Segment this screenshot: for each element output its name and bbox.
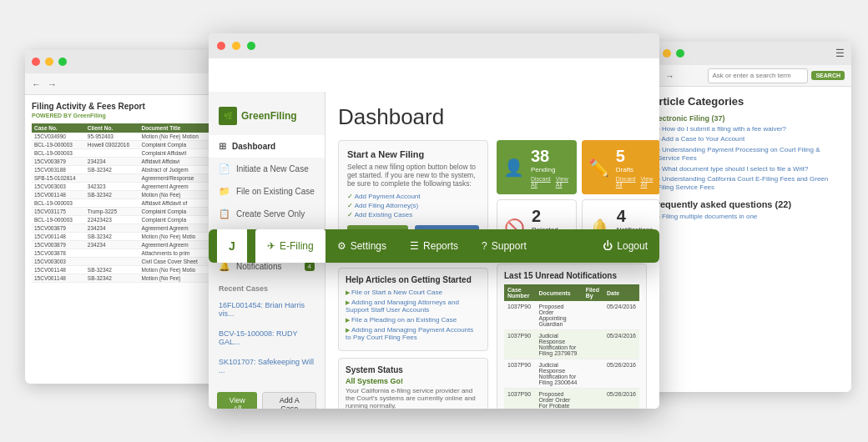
minimize-dot-m xyxy=(232,42,240,50)
nav-tab-efiling[interactable]: ✈ E-Filing xyxy=(255,229,326,263)
notifications-number: 4 xyxy=(617,207,654,226)
nav-tab-support[interactable]: ? Support xyxy=(470,229,538,263)
col-case-no: Case No. xyxy=(32,123,85,133)
hamburger-icon-right[interactable]: ☰ xyxy=(835,48,845,59)
pending-info: 38 Pending Discard All View All xyxy=(531,147,570,188)
sidebar-item-dashboard[interactable]: ⊞ Dashboard xyxy=(209,135,325,158)
logout-button[interactable]: ⏻ Logout xyxy=(591,229,659,263)
article-link-4[interactable]: What document type should I select to fi… xyxy=(651,165,843,173)
settings-icon: ⚙ xyxy=(337,240,346,252)
start-filing-desc: Select a new filing option button below … xyxy=(347,163,479,188)
article-categories-title: Article Categories xyxy=(651,95,843,108)
notif-cell: 05/24/2016 xyxy=(603,301,639,330)
faq-item-1[interactable]: Filing multiple documents in one xyxy=(651,213,843,220)
link-cases[interactable]: Add Existing Cases xyxy=(347,211,479,218)
view-all-button[interactable]: View All xyxy=(217,392,257,409)
link-attorney[interactable]: Add Filing Attorney(s) xyxy=(347,202,479,209)
close-dot-m xyxy=(217,42,225,50)
link-payment[interactable]: Add Payment Account xyxy=(347,193,479,200)
sidebar-item-serve-only[interactable]: 📋 Create Serve Only xyxy=(209,203,325,225)
article-link-3[interactable]: Understanding Payment Processing on Cour… xyxy=(651,146,843,163)
table-row: 15CV003879234234Affidavit Affidavi xyxy=(32,158,210,166)
sidebar-case-2[interactable]: BCV-15-100008: RUDY GAL... xyxy=(209,324,325,352)
dashboard-title: Dashboard xyxy=(338,104,647,130)
table-row: BCL-19-000003Affidavit Affidavit of xyxy=(32,199,210,208)
table-cell xyxy=(85,258,139,266)
search-input-right[interactable] xyxy=(708,68,808,83)
main-window: J ✈ E-Filing ⚙ Settings ☰ Reports ? Supp… xyxy=(209,33,659,409)
article-link-5[interactable]: Understanding California Court E-Filing … xyxy=(651,175,843,193)
sidebar-case-1[interactable]: 16FL001454: Brian Harris vis... xyxy=(209,295,325,324)
table-row: SFB-15-0102814Agreement/Response xyxy=(32,174,210,183)
table-cell: SB-32342 xyxy=(85,266,139,274)
table-row: 15CV031175Trump-3225Complaint Compla xyxy=(32,208,210,216)
drafts-view[interactable]: View All xyxy=(641,176,654,188)
notif-cell xyxy=(583,359,603,389)
table-row: 1037P90Proposed Order Order For Probate0… xyxy=(504,389,639,409)
search-button-right[interactable]: SEARCH xyxy=(811,71,845,80)
table-row: 15CV001148SB-32342Motion (No Fee) xyxy=(32,274,210,283)
window-nav-left: ← → xyxy=(25,73,217,95)
pending-number: 38 xyxy=(531,147,570,166)
col-doc-title: Document Title xyxy=(139,123,210,133)
dashboard-icon: ⊞ xyxy=(219,141,226,152)
table-row: 15CV003003342323Agreement Agreem xyxy=(32,183,210,191)
article-link-1[interactable]: How do I submit a filing with a fee waiv… xyxy=(651,125,843,133)
forward-arrow-right[interactable]: → xyxy=(665,71,674,81)
table-row: 15CV003188SB-32342Abstract of Judgem xyxy=(32,166,210,174)
notif-cell xyxy=(583,301,603,330)
table-cell xyxy=(85,174,139,183)
notif-col-docs: Documents xyxy=(536,284,583,301)
table-cell: 15CV003878 xyxy=(32,249,85,258)
back-left-window: ← → Filing Activity & Fees Report POWERE… xyxy=(25,50,217,384)
table-row: 15CV003879234234Agreement Agreem xyxy=(32,224,210,233)
table-row: BCL-19-00000322423423Complaint Compla xyxy=(32,216,210,224)
sidebar-item-file-existing[interactable]: 📁 File on Existing Case xyxy=(209,180,325,203)
pending-view[interactable]: View All xyxy=(556,176,570,188)
table-cell: 342323 xyxy=(85,183,139,191)
table-row: 15CV003003Civil Case Cover Sheet xyxy=(32,258,210,266)
table-cell: Motion (No Fee) xyxy=(139,191,210,199)
nav-tab-reports[interactable]: ☰ Reports xyxy=(398,229,470,263)
table-cell: 22423423 xyxy=(85,216,139,224)
help-item-3[interactable]: File a Pleading on an Existing Case xyxy=(346,316,481,324)
logout-icon: ⏻ xyxy=(603,240,613,252)
help-item-1[interactable]: File or Start a New Court Case xyxy=(346,289,481,296)
table-row: 15CV001148SB-32342Motion (No Fee) xyxy=(32,191,210,199)
notif-col-case: Case Number xyxy=(504,284,536,301)
table-row: 15CV001148SB-32342Motion (No Fee) Motio xyxy=(32,266,210,274)
drafts-info: 5 Drafts Discard All View All xyxy=(616,147,654,188)
table-cell: 15CV034990 xyxy=(32,133,85,141)
table-cell: Attachments to prim xyxy=(139,249,210,258)
table-cell: 15CV001148 xyxy=(32,266,85,274)
window-bar-main xyxy=(209,33,659,58)
notif-cell: Proposed Order Order For Probate xyxy=(536,389,583,409)
stat-card-drafts: ✏️ 5 Drafts Discard All View All xyxy=(582,140,659,194)
forward-arrow-left[interactable]: → xyxy=(48,79,57,89)
rejected-number: 2 xyxy=(532,207,569,226)
sidebar-case-3[interactable]: SK101707: Safekeeping Will ... xyxy=(209,352,325,380)
status-desc-text: Your California e-filing service provide… xyxy=(346,387,481,409)
back-arrow-left[interactable]: ← xyxy=(32,79,41,89)
notif-cell: 1037P90 xyxy=(504,330,536,359)
col-client-no: Client No. xyxy=(85,123,139,133)
table-cell: SB-32342 xyxy=(85,191,139,199)
table-cell: 15CV001148 xyxy=(32,274,85,283)
table-cell: 95-952403 xyxy=(85,133,139,141)
pending-discard[interactable]: Discard All xyxy=(531,176,551,188)
table-cell xyxy=(85,199,139,208)
table-row: 15CV003878Attachments to prim xyxy=(32,249,210,258)
table-cell: Affidavit Affidavi xyxy=(139,158,210,166)
sidebar-item-initiate[interactable]: 📄 Initiate a New Case xyxy=(209,158,325,180)
add-case-button[interactable]: Add A Case xyxy=(262,392,316,409)
nav-tab-settings[interactable]: ⚙ Settings xyxy=(326,229,398,263)
notif-cell xyxy=(583,330,603,359)
article-link-2[interactable]: Add a Case to Your Account xyxy=(651,135,843,143)
category-heading: Electronic Filing (37) xyxy=(651,114,843,123)
status-ok-text: All Systems Go! xyxy=(346,377,481,385)
help-item-2[interactable]: Adding and Managing Attorneys and Suppor… xyxy=(346,299,481,314)
drafts-discard[interactable]: Discard All xyxy=(616,176,636,188)
table-cell: Complaint Compla xyxy=(139,208,210,216)
help-item-4[interactable]: Adding and Managing Payment Accounts to … xyxy=(346,326,481,341)
pending-footer: Discard All View All xyxy=(531,176,570,188)
